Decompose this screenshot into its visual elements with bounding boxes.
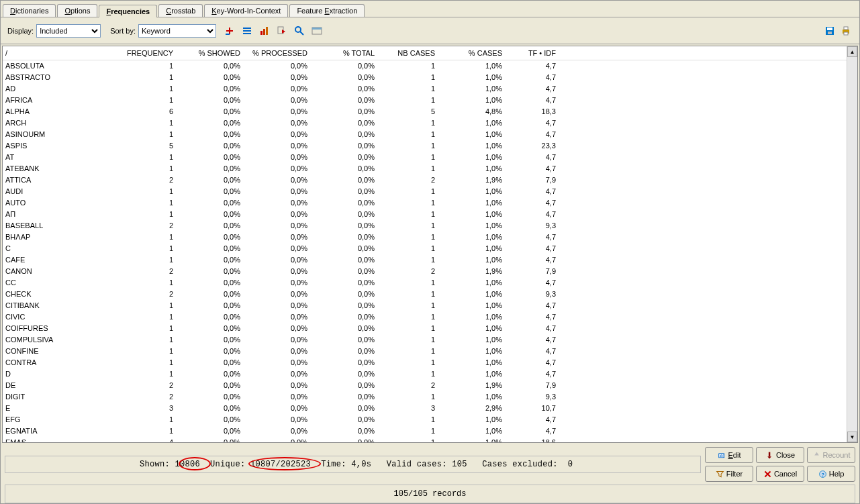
- table-row[interactable]: CONTRA10,0%0,0%0,0%11,0%4,7: [3, 356, 847, 368]
- col-frequency[interactable]: FREQUENCY: [118, 46, 179, 60]
- table-row[interactable]: BASEBALL20,0%0,0%0,0%11,0%9,3: [3, 219, 847, 231]
- table-row[interactable]: ASPIS50,0%0,0%0,0%11,0%23,3: [3, 140, 847, 151]
- table-row[interactable]: ARCH10,0%0,0%0,0%11,0%4,7: [3, 117, 847, 128]
- table-row[interactable]: AΠ10,0%0,0%0,0%11,0%4,7: [3, 208, 847, 219]
- tab-feature-extraction[interactable]: Feature Extraction: [289, 4, 365, 17]
- svg-rect-2: [243, 30, 251, 32]
- close-button[interactable]: Close: [756, 447, 804, 463]
- svg-rect-15: [844, 27, 848, 30]
- col--total[interactable]: % TOTAL: [313, 46, 380, 60]
- svg-rect-3: [243, 33, 251, 34]
- table-row[interactable]: DIGIT20,0%0,0%0,0%11,0%9,3: [3, 391, 847, 402]
- table-row[interactable]: COMPULSIVA10,0%0,0%0,0%11,0%4,7: [3, 334, 847, 345]
- table-row[interactable]: ABSOLUTA10,0%0,0%0,0%11,0%4,7: [3, 60, 847, 71]
- svg-rect-10: [312, 28, 322, 30]
- table-row[interactable]: AT10,0%0,0%0,0%11,0%4,7: [3, 151, 847, 162]
- svg-rect-13: [828, 32, 832, 34]
- col--showed[interactable]: % SHOWED: [179, 46, 246, 60]
- tab-dictionaries[interactable]: Dictionaries: [3, 4, 56, 17]
- tab-options[interactable]: Options: [57, 4, 97, 17]
- scroll-up-icon[interactable]: ▲: [847, 46, 857, 57]
- table-row[interactable]: ATTICA20,0%0,0%0,0%21,9%7,9: [3, 174, 847, 185]
- edit-label: dit: [733, 451, 741, 459]
- svg-text:ab|: ab|: [719, 454, 724, 457]
- tab-bar: DictionariesOptionsFrequenciesCrosstabKe…: [1, 1, 859, 17]
- table-row[interactable]: ABSTRACTO10,0%0,0%0,0%11,0%4,7: [3, 71, 847, 83]
- col-keyword[interactable]: /: [3, 46, 118, 60]
- table-row[interactable]: AUTO10,0%0,0%0,0%11,0%4,7: [3, 197, 847, 208]
- toolbar: Display: Included Sort by: Keyword: [1, 17, 859, 44]
- table-row[interactable]: EFG10,0%0,0%0,0%11,0%4,7: [3, 413, 847, 425]
- svg-rect-12: [827, 28, 832, 30]
- table-row[interactable]: C10,0%0,0%0,0%11,0%4,7: [3, 242, 847, 254]
- svg-rect-0: [226, 34, 230, 35]
- table-row[interactable]: COIFFURES10,0%0,0%0,0%11,0%4,7: [3, 322, 847, 334]
- scroll-down-icon[interactable]: ▼: [847, 432, 857, 442]
- vertical-scrollbar[interactable]: ▲ ▼: [847, 46, 857, 442]
- records-bar: 105/105 records: [5, 485, 855, 503]
- status-bar: Shown: 10806 Unique: 10807/202523 Time: …: [5, 456, 701, 473]
- col-tf-idf[interactable]: TF • IDF: [508, 46, 561, 60]
- find-icon[interactable]: [293, 24, 306, 38]
- table-row[interactable]: E30,0%0,0%0,0%32,9%10,7: [3, 402, 847, 413]
- recount-button: Recount: [807, 447, 855, 463]
- table-row[interactable]: CHECK20,0%0,0%0,0%11,0%9,3: [3, 288, 847, 299]
- svg-rect-16: [844, 32, 848, 35]
- window-icon[interactable]: [310, 24, 324, 38]
- table-row[interactable]: CIVIC10,0%0,0%0,0%11,0%4,7: [3, 311, 847, 322]
- table-row[interactable]: DE20,0%0,0%0,0%21,9%7,9: [3, 379, 847, 391]
- table-row[interactable]: ATEBANK10,0%0,0%0,0%11,0%4,7: [3, 162, 847, 174]
- add-remove-icon[interactable]: [223, 24, 236, 38]
- table-row[interactable]: CC10,0%0,0%0,0%11,0%4,7: [3, 276, 847, 288]
- tab-frequencies[interactable]: Frequencies: [99, 5, 157, 17]
- filter-button[interactable]: Filter: [705, 466, 753, 482]
- table-row[interactable]: EGNATIA10,0%0,0%0,0%11,0%4,7: [3, 425, 847, 436]
- cancel-button[interactable]: Cancel: [756, 466, 804, 482]
- tab-crosstab[interactable]: Crosstab: [158, 4, 203, 17]
- table-row[interactable]: D10,0%0,0%0,0%11,0%4,7: [3, 368, 847, 379]
- svg-rect-19: [769, 452, 770, 456]
- svg-rect-6: [266, 27, 268, 35]
- table-row[interactable]: CAFE10,0%0,0%0,0%11,0%4,7: [3, 254, 847, 265]
- frequency-grid[interactable]: /FREQUENCY% SHOWED% PROCESSED% TOTALNB C…: [3, 46, 847, 442]
- export-icon[interactable]: [275, 24, 289, 38]
- col--cases[interactable]: % CASES: [440, 46, 508, 60]
- table-row[interactable]: CITIBANK10,0%0,0%0,0%11,0%4,7: [3, 299, 847, 311]
- col--processed[interactable]: % PROCESSED: [246, 46, 313, 60]
- list-icon[interactable]: [240, 24, 254, 38]
- edit-button[interactable]: ab|Edit: [705, 447, 753, 463]
- table-row[interactable]: EMAS40,0%0,0%0,0%11,0%18,6: [3, 436, 847, 442]
- print-icon[interactable]: [839, 24, 853, 38]
- table-row[interactable]: ASINOURM10,0%0,0%0,0%11,0%4,7: [3, 128, 847, 140]
- sort-by-select[interactable]: Keyword: [138, 24, 216, 38]
- svg-rect-4: [260, 31, 262, 35]
- table-row[interactable]: AUDI10,0%0,0%0,0%11,0%4,7: [3, 185, 847, 197]
- sort-by-label: Sort by:: [110, 27, 136, 35]
- table-row[interactable]: AFRICA10,0%0,0%0,0%11,0%4,7: [3, 94, 847, 105]
- tab-key-word-in-context[interactable]: Key-Word-In-Context: [204, 4, 288, 17]
- svg-text:?: ?: [821, 471, 824, 477]
- save-icon[interactable]: [823, 24, 837, 38]
- help-button[interactable]: ?Help: [807, 466, 855, 482]
- table-row[interactable]: ALPHA60,0%0,0%0,0%54,8%18,3: [3, 105, 847, 117]
- chart-icon[interactable]: [258, 24, 271, 38]
- svg-rect-5: [263, 29, 265, 35]
- display-select[interactable]: Included: [36, 24, 101, 38]
- table-row[interactable]: CONFINE10,0%0,0%0,0%11,0%4,7: [3, 345, 847, 356]
- col-nb-cases[interactable]: NB CASES: [380, 46, 440, 60]
- table-row[interactable]: BHΛAP10,0%0,0%0,0%11,0%4,7: [3, 231, 847, 242]
- svg-point-8: [295, 27, 301, 32]
- table-row[interactable]: AD10,0%0,0%0,0%11,0%4,7: [3, 83, 847, 94]
- svg-rect-1: [243, 28, 251, 29]
- display-label: Display:: [7, 27, 34, 35]
- table-row[interactable]: CANON20,0%0,0%0,0%21,9%7,9: [3, 265, 847, 276]
